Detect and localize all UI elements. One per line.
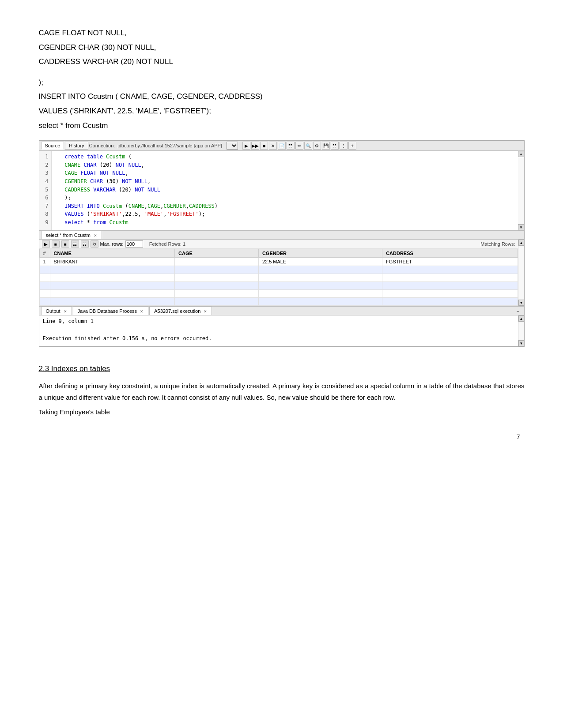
sql-line-4: ); bbox=[39, 76, 525, 90]
code-line-8: VALUES ('SHRIKANT',22.5, 'MALE','FGSTREE… bbox=[55, 210, 514, 218]
results-scroll-down[interactable]: ▼ bbox=[518, 300, 525, 306]
code-line-7: INSERT INTO Ccustm (CNAME,CAGE,CGENDER,C… bbox=[55, 202, 514, 210]
output-tab-sql-exec[interactable]: A53207.sql execution ✕ bbox=[149, 307, 212, 315]
output-tab-close-sqlexec[interactable]: ✕ bbox=[204, 309, 207, 314]
table-row-empty-2 bbox=[39, 274, 518, 282]
connection-value: jdbc:derby://localhost:1527/sample [app … bbox=[117, 143, 222, 148]
table-row-empty-4 bbox=[39, 290, 518, 298]
output-line-2 bbox=[43, 326, 514, 334]
results-tab-close[interactable]: ✕ bbox=[94, 233, 97, 238]
line-num-8: 8 bbox=[42, 210, 49, 218]
results-tab-select[interactable]: select * from Ccustm ✕ bbox=[41, 231, 102, 239]
output-scrollbar[interactable]: ▲ ▼ bbox=[518, 315, 524, 346]
sql-line-3: CADDRESS VARCHAR (20) NOT NULL bbox=[39, 55, 525, 69]
col-cage: CAGE bbox=[175, 249, 259, 258]
results-refresh-icon[interactable]: ■ bbox=[61, 240, 69, 248]
table-header-row: # CNAME CAGE CGENDER CADDRESS bbox=[39, 249, 518, 258]
max-rows-input[interactable] bbox=[125, 240, 143, 248]
code-line-3: CAGE FLOAT NOT NULL, bbox=[55, 169, 514, 177]
sql-line-1: CAGE FLOAT NOT NULL, bbox=[39, 26, 525, 40]
scroll-track bbox=[518, 157, 524, 224]
sql-line-2: CGENDER CHAR (30) NOT NULL, bbox=[39, 41, 525, 55]
line-num-9: 9 bbox=[42, 218, 49, 227]
output-tab-java-db[interactable]: Java DB Database Process ✕ bbox=[73, 307, 149, 315]
results-reload-icon[interactable]: ↻ bbox=[91, 240, 98, 248]
code-line-5: CADDRESS VARCHAR (20) NOT NULL bbox=[55, 186, 514, 194]
results-stop-icon[interactable]: ■ bbox=[52, 240, 60, 248]
output-scroll-track bbox=[518, 322, 524, 340]
results-grid-icon[interactable]: ☷ bbox=[71, 240, 79, 248]
code-line-4: CGENDER CHAR (30) NOT NULL, bbox=[55, 177, 514, 186]
clear-icon[interactable]: ✕ bbox=[269, 142, 277, 150]
output-tab-output[interactable]: Output ✕ bbox=[41, 307, 72, 315]
results-scrollbar[interactable]: ▲ ▼ bbox=[518, 240, 524, 306]
page-number: 7 bbox=[39, 433, 525, 440]
line-num-2: 2 bbox=[42, 161, 49, 169]
editor-scrollbar[interactable]: ▲ ▼ bbox=[518, 151, 524, 230]
cell-cname-1: SHRIKANT bbox=[50, 258, 175, 266]
sql-text-block: CAGE FLOAT NOT NULL, CGENDER CHAR (30) N… bbox=[39, 26, 525, 132]
sql-exec-label: A53207.sql execution bbox=[154, 308, 200, 314]
line-num-1: 1 bbox=[42, 153, 49, 161]
col-cname: CNAME bbox=[50, 249, 175, 258]
output-panel: Output ✕ Java DB Database Process ✕ A532… bbox=[39, 306, 524, 346]
table-row-empty-5 bbox=[39, 298, 518, 306]
fetched-rows: Fetched Rows: 1 bbox=[149, 241, 186, 247]
connection-label: Connection: bbox=[89, 143, 115, 148]
col-caddress: CADDRESS bbox=[382, 249, 518, 258]
run-icon[interactable]: ▶ bbox=[242, 142, 250, 150]
line-num-3: 3 bbox=[42, 169, 49, 177]
code-line-9: select * from Ccustm bbox=[55, 218, 514, 227]
output-tab-label: Output bbox=[46, 308, 60, 314]
output-scroll-down[interactable]: ▼ bbox=[518, 340, 525, 346]
connection-dropdown[interactable] bbox=[227, 142, 238, 150]
results-toolbar: ▶ ■ ■ ☷ ☷ ↻ Max. rows: Fetched Rows: 1 M… bbox=[39, 240, 518, 249]
run-all-icon[interactable]: ▶▶ bbox=[251, 142, 259, 150]
grid-icon[interactable]: ✏ bbox=[295, 142, 303, 150]
table-row: 1 SHRIKANT 22.5 MALE FGSTREET bbox=[39, 258, 518, 266]
layout-icon[interactable]: ☷ bbox=[331, 142, 339, 150]
code-line-2: CNAME CHAR (20) NOT NULL, bbox=[55, 161, 514, 169]
output-body: Line 9, column 1 Execution finished afte… bbox=[39, 315, 524, 346]
results-run-icon[interactable]: ▶ bbox=[42, 240, 50, 248]
tab-history[interactable]: History bbox=[65, 142, 88, 150]
zoom-icon[interactable]: 🔍 bbox=[304, 142, 312, 150]
add-icon[interactable]: + bbox=[348, 142, 356, 150]
section-heading: 2.3 Indexes on tables bbox=[39, 364, 525, 373]
ide-toolbar: Source History Connection: jdbc:derby://… bbox=[39, 141, 524, 151]
table-icon[interactable]: ☷ bbox=[287, 142, 295, 150]
line-numbers: 1 2 3 4 5 6 7 8 9 bbox=[39, 151, 52, 230]
code-editor[interactable]: create table Ccustm ( CNAME CHAR (20) NO… bbox=[52, 151, 518, 230]
results-section: ▶ ■ ■ ☷ ☷ ↻ Max. rows: Fetched Rows: 1 M… bbox=[39, 240, 524, 306]
line-num-5: 5 bbox=[42, 186, 49, 194]
sql-line-6: VALUES ('SHRIKANT', 22.5, 'MALE', 'FGSTR… bbox=[39, 105, 525, 118]
results-filter-icon[interactable]: ☷ bbox=[81, 240, 89, 248]
history-icon[interactable]: 📄 bbox=[278, 142, 286, 150]
settings-icon[interactable]: ⚙ bbox=[313, 142, 321, 150]
output-minimize-btn[interactable]: − bbox=[514, 308, 522, 315]
code-line-6: ); bbox=[55, 194, 514, 202]
results-scroll-track bbox=[518, 246, 524, 300]
results-main: ▶ ■ ■ ☷ ☷ ↻ Max. rows: Fetched Rows: 1 M… bbox=[39, 240, 518, 306]
save-icon[interactable]: 💾 bbox=[322, 142, 330, 150]
scroll-down-btn[interactable]: ▼ bbox=[518, 224, 524, 230]
line-num-6: 6 bbox=[42, 194, 49, 202]
code-line-1: create table Ccustm ( bbox=[55, 153, 514, 161]
more-icon[interactable]: ⋮ bbox=[340, 142, 348, 150]
output-line-1: Line 9, column 1 bbox=[43, 317, 514, 326]
tab-source[interactable]: Source bbox=[41, 142, 64, 150]
scroll-up-btn[interactable]: ▲ bbox=[518, 151, 524, 157]
output-tab-close-javadb[interactable]: ✕ bbox=[140, 309, 144, 314]
cell-rownum-1: 1 bbox=[39, 258, 50, 266]
results-scroll-up[interactable]: ▲ bbox=[518, 240, 525, 246]
max-rows-label: Max. rows: bbox=[100, 241, 124, 247]
taking-employee: Taking Employee's table bbox=[39, 408, 525, 416]
results-tabs: select * from Ccustm ✕ bbox=[39, 230, 524, 240]
results-tab-label: select * from Ccustm bbox=[46, 233, 91, 238]
output-tab-close-output[interactable]: ✕ bbox=[64, 309, 67, 314]
stop-icon[interactable]: ■ bbox=[260, 142, 268, 150]
sql-line-5: INSERT INTO Ccustm ( CNAME, CAGE, CGENDE… bbox=[39, 90, 525, 104]
ide-panel: Source History Connection: jdbc:derby://… bbox=[39, 140, 525, 347]
output-scroll-up[interactable]: ▲ bbox=[518, 315, 525, 322]
col-num: # bbox=[39, 249, 50, 258]
